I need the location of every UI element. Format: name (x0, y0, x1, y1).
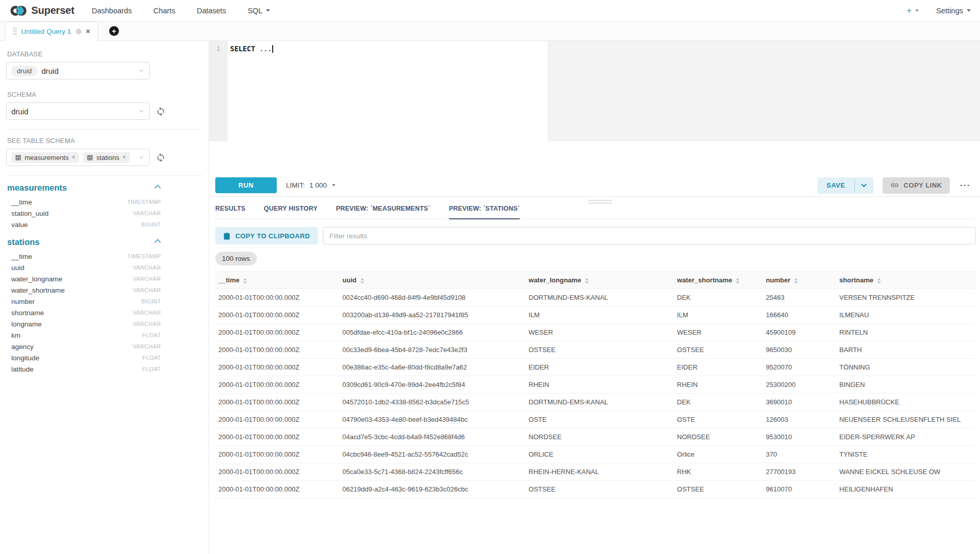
cell-number: 25300200 (763, 376, 836, 394)
cell-water_shortname: NORDSEE (674, 428, 763, 446)
pane-resize-handle[interactable] (588, 200, 612, 205)
column-name: uuid (11, 264, 25, 272)
cell-__time: 2000-01-01T00:00:00.000Z (215, 376, 339, 394)
cell-shortname: ILMENAU (836, 306, 976, 324)
column-row: agencyVARCHAR (6, 341, 161, 352)
sort-desc-icon (736, 281, 740, 284)
close-icon[interactable]: × (72, 154, 75, 160)
refresh-tables-button[interactable] (156, 153, 166, 162)
cell-water_shortname: WESER (674, 324, 763, 341)
drag-dots-icon[interactable] (13, 27, 16, 36)
column-header-label: water_shortname (677, 276, 732, 284)
results-tab-preview-stations-[interactable]: PREVIEW: `STATIONS` (449, 205, 520, 219)
table-tag-stations: stations× (83, 152, 130, 163)
cell-uuid: 04acd7e5-3cbc-4cdd-b4a9-f452e868f4d6 (339, 428, 525, 446)
see-table-schema-label: SEE TABLE SCHEMA (7, 137, 208, 145)
new-item-button[interactable]: + (907, 6, 919, 16)
cell-number: 9610070 (763, 481, 836, 498)
cell-number: 370 (763, 446, 836, 463)
table-row: 2000-01-01T00:00:00.000Z0024cc40-d690-46… (215, 289, 976, 306)
nav-item-charts[interactable]: Charts (153, 7, 175, 15)
cell-number: 45900109 (763, 324, 836, 341)
column-type: TIMESTAMP (127, 253, 161, 259)
column-header-uuid[interactable]: uuid (339, 272, 525, 289)
cell-number: 27700193 (763, 463, 836, 481)
table-row: 2000-01-01T00:00:00.000Z04790e03-4353-4e… (215, 411, 976, 428)
table-schema-select[interactable]: measurements×stations× (6, 149, 150, 166)
cell-shortname: WANNE EICKEL SCHLEUSE OW (836, 463, 976, 481)
cell-uuid: 003200ab-d138-49d9-aa52-217817941f85 (339, 306, 525, 324)
cell-uuid: 04572010-1db2-4338-8562-b3dca5e715c5 (339, 394, 525, 411)
chevron-up-icon[interactable] (154, 239, 161, 245)
column-name: __time (11, 198, 32, 206)
column-row: kmFLOAT (6, 330, 161, 341)
nav-item-sql[interactable]: SQL (248, 7, 270, 15)
cell-water_longname: EIDER (525, 359, 674, 376)
editor-toolbar: RUN LIMIT: 1 000 SAVE (209, 174, 980, 197)
table-tag-label: stations (96, 154, 119, 161)
caret-down-icon (915, 9, 918, 11)
superset-logo[interactable]: Superset (9, 4, 74, 17)
copy-link-button[interactable]: COPY LINK (883, 177, 950, 194)
cell-water_shortname: Orlice (674, 446, 763, 463)
cell-shortname: TÖNNING (836, 359, 976, 376)
status-circle-icon (76, 29, 81, 34)
chevron-down-icon (138, 154, 145, 160)
column-row: station_uuidVARCHAR (6, 208, 161, 219)
schema-select[interactable]: druid (6, 102, 150, 120)
cell-number: 126003 (763, 411, 836, 428)
refresh-schema-button[interactable] (156, 107, 166, 116)
add-query-tab-button[interactable]: + (109, 26, 119, 36)
column-header-__time[interactable]: __time (215, 272, 339, 289)
cell-water_longname: DORTMUND-EMS-KANAL (525, 394, 674, 411)
column-type: VARCHAR (133, 310, 161, 316)
results-tab-query-history[interactable]: QUERY HISTORY (264, 205, 318, 219)
nav-item-datasets[interactable]: Datasets (197, 7, 226, 15)
save-button[interactable]: SAVE (818, 177, 854, 194)
copy-to-clipboard-button[interactable]: COPY TO CLIPBOARD (215, 227, 318, 244)
column-header-number[interactable]: number (763, 272, 836, 289)
filter-results-input[interactable] (323, 227, 976, 244)
run-button[interactable]: RUN (215, 177, 277, 193)
column-row: longitudeFLOAT (6, 352, 161, 363)
column-header-water_longname[interactable]: water_longname (525, 272, 674, 289)
column-row: valueBIGINT (6, 219, 161, 230)
column-row: __timeTIMESTAMP (6, 251, 161, 262)
column-type: VARCHAR (133, 321, 161, 327)
column-row: latitudeFLOAT (6, 363, 161, 375)
column-row: __timeTIMESTAMP (6, 196, 161, 208)
cell-shortname: NEUENSEER SCHLEUSENFLETH SIEL (836, 411, 976, 428)
sort-desc-icon (360, 281, 364, 284)
results-tab-preview-measurements-[interactable]: PREVIEW: `MEASUREMENTS` (336, 205, 431, 219)
column-header-shortname[interactable]: shortname (836, 272, 976, 289)
cell-__time: 2000-01-01T00:00:00.000Z (215, 428, 339, 446)
cell-water_shortname: OSTE (674, 411, 763, 428)
nav-item-dashboards[interactable]: Dashboards (92, 7, 132, 15)
results-table: __timeuuidwater_longnamewater_shortnamen… (215, 271, 976, 498)
settings-menu[interactable]: Settings (936, 7, 971, 15)
column-header-label: uuid (342, 276, 356, 284)
cell-water_shortname: OSTSEE (674, 341, 763, 359)
results-tab-results[interactable]: RESULTS (215, 205, 246, 219)
editor-code-area[interactable]: SELECT ... (228, 41, 980, 141)
query-tab-active[interactable]: Untitled Query 1 × (5, 22, 98, 41)
column-type: VARCHAR (133, 276, 161, 282)
schema-table-name[interactable]: stations (7, 237, 39, 247)
cell-shortname: BINGEN (836, 376, 976, 394)
cell-uuid: 0309cd61-90c9-470e-99d4-2ee4fb2c5f84 (339, 376, 525, 394)
database-select[interactable]: druid druid (6, 62, 150, 79)
cell-water_shortname: OSTSEE (674, 481, 763, 498)
limit-dropdown[interactable]: LIMIT: 1 000 (286, 181, 336, 189)
column-header-water_shortname[interactable]: water_shortname (674, 272, 763, 289)
close-icon[interactable]: × (86, 28, 90, 35)
close-icon[interactable]: × (122, 154, 126, 160)
column-name: km (11, 332, 21, 339)
table-tag-label: measurements (25, 154, 69, 161)
schema-table-name[interactable]: measurements (7, 183, 67, 193)
column-type: VARCHAR (133, 210, 161, 216)
save-options-button[interactable] (855, 177, 873, 194)
more-actions-button[interactable]: ··· (959, 179, 972, 192)
column-type: BIGINT (141, 221, 161, 228)
column-name: __time (11, 253, 32, 260)
chevron-up-icon[interactable] (154, 184, 161, 191)
